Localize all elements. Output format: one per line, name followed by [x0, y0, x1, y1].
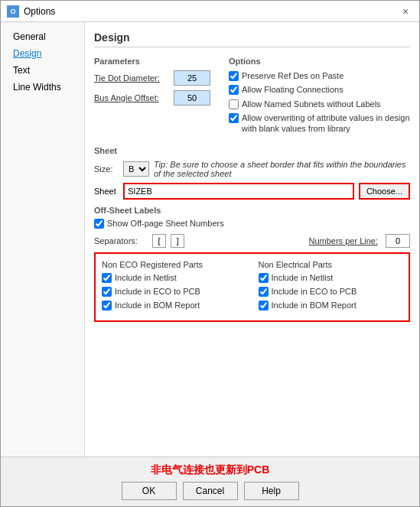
sep2-input[interactable] [171, 234, 184, 248]
bus-angle-label: Bus Angle Offset: [94, 93, 171, 102]
close-button[interactable]: × [398, 4, 413, 19]
options-col-title: Options [229, 57, 410, 66]
elec-netlist-label: Include in Netlist [272, 272, 334, 283]
tie-dot-row: Tie Dot Diameter: [94, 70, 217, 86]
sep1-input[interactable] [152, 234, 166, 248]
eco-bom-row: Include in BOM Report [102, 300, 246, 310]
eco-netlist-row: Include in Netlist [102, 272, 246, 283]
allow-named-row: Allow Named Subnets without Labels [229, 99, 410, 109]
allow-overwriting-label: Allow overwriting of attribute values in… [242, 112, 410, 135]
allow-floating-row: Allow Floating Connections [229, 84, 410, 95]
size-label: Size: [94, 164, 119, 174]
sidebar-item-general[interactable]: General [1, 28, 84, 45]
eco-bom-checkbox[interactable] [102, 301, 112, 310]
footer-buttons: OK Cancel Help [122, 482, 299, 500]
elec-netlist-checkbox[interactable] [259, 273, 269, 283]
non-eco-title: Non ECO Registered Parts [102, 260, 246, 269]
main-content: General Design Text Line Widths Design P… [1, 22, 419, 457]
eco-netlist-checkbox[interactable] [102, 273, 112, 283]
sheet-tip: Tip: Be sure to choose a sheet border th… [154, 160, 410, 178]
non-elec-title: Non Electrical Parts [259, 260, 403, 269]
off-sheet-title: Off-Sheet Labels [94, 206, 410, 215]
numbers-per-line-label: Numbers per Line: [309, 236, 379, 245]
non-eco-col: Non ECO Registered Parts Include in Netl… [102, 260, 246, 314]
ok-button[interactable]: OK [122, 482, 177, 500]
bus-angle-input[interactable] [174, 90, 210, 106]
footer: 非电气连接也更新到PCB OK Cancel Help [1, 457, 419, 506]
show-off-page-checkbox[interactable] [94, 219, 104, 229]
tie-dot-input[interactable] [174, 70, 210, 86]
sidebar-item-design[interactable]: Design [1, 45, 84, 62]
options-column: Options Preserve Ref Des on Paste Allow … [229, 57, 410, 137]
sidebar-item-text[interactable]: Text [1, 62, 84, 79]
show-off-page-row: Show Off-page Sheet Numbers [94, 218, 410, 229]
elec-bom-label: Include in BOM Report [272, 300, 357, 310]
eco-pcb-checkbox[interactable] [102, 287, 112, 297]
design-panel: Design Parameters Tie Dot Diameter: Bus … [85, 22, 419, 457]
elec-bom-row: Include in BOM Report [259, 300, 403, 310]
options-window: O Options × General Design Text Line Wid… [0, 0, 420, 507]
elec-bom-checkbox[interactable] [259, 301, 269, 310]
sheet-size-row: Size: B A C D Tip: Be sure to choose a s… [94, 160, 410, 178]
preserve-ref-checkbox[interactable] [229, 71, 239, 81]
chinese-annotation: 非电气连接也更新到PCB [151, 463, 270, 477]
separators-label: Separators: [94, 236, 148, 245]
sheet-section-title: Sheet [94, 146, 410, 155]
separators-row: Separators: Numbers per Line: [94, 234, 410, 248]
window-title: Options [24, 6, 55, 17]
sidebar: General Design Text Line Widths [1, 22, 85, 457]
elec-pcb-checkbox[interactable] [259, 287, 269, 297]
eco-pcb-label: Include in ECO to PCB [115, 286, 200, 297]
tie-dot-label: Tie Dot Diameter: [94, 73, 171, 83]
elec-pcb-label: Include in ECO to PCB [272, 286, 357, 297]
allow-floating-label: Allow Floating Connections [242, 84, 343, 95]
eco-bom-label: Include in BOM Report [115, 300, 200, 310]
app-icon: O [7, 5, 19, 18]
elec-pcb-row: Include in ECO to PCB [259, 286, 403, 297]
cancel-button[interactable]: Cancel [183, 482, 238, 500]
size-select[interactable]: B A C D [123, 161, 149, 177]
non-elec-col: Non Electrical Parts Include in Netlist … [259, 260, 403, 314]
allow-named-label: Allow Named Subnets without Labels [242, 99, 381, 109]
allow-named-checkbox[interactable] [229, 99, 239, 109]
help-button[interactable]: Help [244, 482, 299, 500]
parameters-column: Parameters Tie Dot Diameter: Bus Angle O… [94, 57, 217, 137]
sheet-label: Sheet [94, 187, 119, 196]
params-col-title: Parameters [94, 57, 217, 66]
bus-angle-row: Bus Angle Offset: [94, 90, 217, 106]
sheet-input-row: Sheet Choose... [94, 183, 410, 200]
eco-section: Non ECO Registered Parts Include in Netl… [94, 252, 410, 322]
numbers-per-line-input[interactable] [386, 234, 410, 248]
allow-floating-checkbox[interactable] [229, 85, 239, 95]
allow-overwriting-row: Allow overwriting of attribute values in… [229, 112, 410, 135]
eco-netlist-label: Include in Netlist [115, 272, 177, 283]
choose-button[interactable]: Choose... [359, 183, 410, 200]
show-off-page-label: Show Off-page Sheet Numbers [107, 218, 224, 229]
elec-netlist-row: Include in Netlist [259, 272, 403, 283]
preserve-ref-row: Preserve Ref Des on Paste [229, 70, 410, 81]
title-bar: O Options × [1, 1, 419, 22]
sidebar-item-line-widths[interactable]: Line Widths [1, 79, 84, 96]
sheet-value-input[interactable] [123, 183, 354, 200]
params-options-row: Parameters Tie Dot Diameter: Bus Angle O… [94, 57, 410, 137]
panel-title: Design [94, 31, 410, 47]
allow-overwriting-checkbox[interactable] [229, 113, 239, 123]
preserve-ref-label: Preserve Ref Des on Paste [242, 70, 343, 81]
eco-pcb-row: Include in ECO to PCB [102, 286, 246, 297]
